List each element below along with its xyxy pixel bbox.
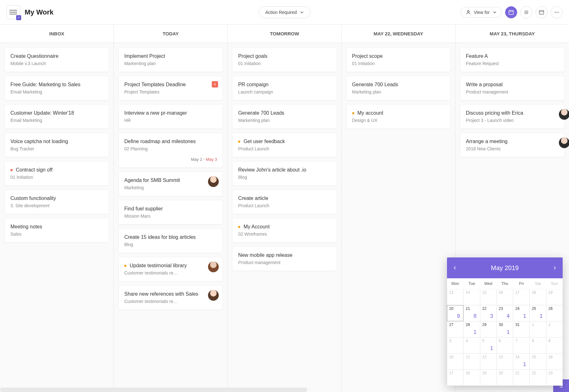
task-card[interactable]: New mobile app releaseProduct management — [232, 246, 337, 271]
calendar-day-cell[interactable]: 223 — [480, 305, 497, 321]
task-card[interactable]: Update testimonial libraryCustomer testi… — [118, 257, 223, 281]
task-card[interactable]: Project scope01 Initiation — [346, 47, 451, 72]
calendar-day-cell[interactable]: 16 — [546, 353, 563, 370]
task-card[interactable]: Create QuestionnaireMobile v.3 Launch — [4, 47, 109, 72]
task-card[interactable]: Review John's article about .ioBlog — [232, 161, 337, 186]
board-view-button[interactable] — [535, 6, 548, 18]
calendar-day-cell[interactable]: 1 — [529, 321, 546, 337]
calendar-day-cell[interactable]: 6 — [497, 337, 513, 353]
calendar-day-cell[interactable]: 21 — [513, 370, 529, 386]
calendar-day-cell[interactable]: 18 — [529, 289, 546, 305]
task-card[interactable]: Implement ProjectMarkenting plan — [118, 47, 223, 72]
view-for-dropdown[interactable]: View for — [461, 7, 502, 18]
calendar-day-cell[interactable]: 12 — [480, 353, 497, 370]
calendar-day-cell[interactable]: 251 — [529, 305, 546, 321]
task-card[interactable]: Define roadmap and milestones02 Planning… — [118, 133, 223, 168]
task-card[interactable]: Agenda for SMB SummitMarketing — [118, 172, 223, 196]
calendar-day-cell[interactable]: 15 — [480, 289, 497, 305]
calendar-day-cell[interactable]: 20 — [497, 370, 513, 386]
calendar-day-cell[interactable]: 19 — [546, 289, 563, 305]
calendar-day-cell[interactable]: 15 — [529, 353, 546, 370]
calendar-day-cell[interactable]: 3 — [447, 337, 463, 353]
calendar-day-cell[interactable]: 23 — [546, 370, 563, 386]
calendar-day-cell[interactable]: 4 — [463, 337, 480, 353]
task-card[interactable]: Feature AFeature Request — [460, 47, 565, 72]
calendar-day-cell[interactable]: 241 — [513, 305, 529, 321]
calendar-day-cell[interactable]: 17 — [447, 370, 463, 386]
calendar-day-cell[interactable]: 18 — [463, 370, 480, 386]
assignee-avatar[interactable] — [559, 109, 569, 120]
task-card[interactable]: Generate 700 LeadsMarkenting plan — [232, 104, 337, 129]
card-subtitle: Email Marketing — [10, 118, 103, 123]
horizontal-scrollbar[interactable] — [0, 388, 307, 392]
task-card[interactable]: Free Guide: Marketing to SalesEmail Mark… — [4, 76, 109, 100]
col-header-today[interactable]: TODAY — [114, 25, 228, 43]
calendar-day-cell[interactable]: 281 — [463, 321, 480, 337]
task-card[interactable]: My accountDesign & UX — [346, 104, 451, 129]
assignee-avatar[interactable] — [208, 262, 219, 272]
calendar-day-cell[interactable]: 234 — [497, 305, 513, 321]
calendar-day-cell[interactable]: 16 — [497, 289, 513, 305]
calendar-day-cell[interactable]: 31 — [513, 321, 529, 337]
calendar-day-cell[interactable]: 301 — [497, 321, 513, 337]
card-title: PR compaign — [238, 82, 331, 87]
col-header-may23[interactable]: MAY 23, THURSDAY — [456, 25, 569, 43]
calendar-day-cell[interactable]: 17 — [513, 289, 529, 305]
calendar-day-cell[interactable]: 14 — [463, 289, 480, 305]
calendar-day-cell[interactable]: 29 — [480, 321, 497, 337]
calendar-day-number: 4 — [466, 339, 468, 343]
task-card[interactable]: Arrange a meeting2018 New Clients — [460, 133, 565, 157]
calendar-day-cell[interactable]: 13 — [447, 289, 463, 305]
task-card[interactable]: PR compaignLaunch campaign — [232, 76, 337, 100]
col-header-tomorrow[interactable]: TOMORROW — [228, 25, 341, 43]
task-card[interactable]: Contract sign off01 Initiation — [4, 161, 109, 186]
task-card[interactable]: Share new references with SalesCustomer … — [118, 285, 223, 310]
calendar-day-cell[interactable]: 141 — [513, 353, 529, 370]
task-card[interactable]: Customer Update: Winter'18Email Marketin… — [4, 104, 109, 129]
calendar-day-cell[interactable]: 2 — [546, 321, 563, 337]
task-card[interactable]: Project goals01 Initiation — [232, 47, 337, 72]
calendar-day-cell[interactable]: 22 — [529, 370, 546, 386]
assignee-avatar[interactable] — [559, 137, 569, 148]
task-card[interactable]: Create 15 ideas for blog articlesBlog — [118, 228, 223, 253]
more-options-button[interactable] — [551, 6, 563, 18]
app-icon[interactable]: ✓ — [6, 5, 20, 19]
task-card[interactable]: My Account02 Wireframes — [232, 218, 337, 243]
calendar-day-cell[interactable]: 19 — [480, 370, 497, 386]
calendar-day-cell[interactable]: 27 — [447, 321, 463, 337]
task-card[interactable]: Voice captcha not loadingBug Tracker — [4, 133, 109, 157]
calendar-day-number: 29 — [482, 323, 486, 327]
task-card[interactable]: Create articleProduct Launch — [232, 190, 337, 214]
task-card[interactable]: Interview a new pr-managerHR — [118, 104, 223, 129]
task-card[interactable]: Generate 700 LeadsMarketing plan — [346, 76, 451, 100]
calendar-day-cell[interactable]: 10 — [447, 353, 463, 370]
task-card[interactable]: Custom functionality3. Site development — [4, 190, 109, 214]
task-card[interactable]: Discuss pricing with EricaProject 3 - La… — [460, 104, 565, 129]
calendar-day-cell[interactable]: 51 — [480, 337, 497, 353]
calendar-day-cell[interactable]: 11 — [463, 353, 480, 370]
assignee-avatar[interactable] — [208, 176, 219, 187]
task-card[interactable]: Find fuel supplierMission Mars — [118, 200, 223, 225]
calendar-day-cell[interactable]: 9 — [546, 337, 563, 353]
list-view-button[interactable] — [520, 6, 532, 18]
calendar-day-cell[interactable]: 7 — [513, 337, 529, 353]
task-card[interactable]: Write a proposalProduct management — [460, 76, 565, 100]
calendar-day-cell[interactable]: 209 — [447, 305, 463, 321]
calendar-next-button[interactable] — [553, 266, 557, 270]
col-header-inbox[interactable]: INBOX — [0, 25, 114, 43]
calendar-prev-button[interactable] — [453, 266, 457, 270]
task-card[interactable]: Meeting notesSales — [4, 218, 109, 243]
task-card[interactable]: Get user feedbackProduct Launch — [232, 133, 337, 157]
calendar-view-button[interactable] — [505, 6, 517, 18]
calendar-day-cell[interactable]: 26 — [546, 305, 563, 321]
calendar-day-cell[interactable]: 13 — [497, 353, 513, 370]
task-card[interactable]: Project Templates DeadlineProject Templa… — [118, 76, 223, 100]
calendar-day-cell[interactable]: 8 — [529, 337, 546, 353]
card-title: Meeting notes — [10, 224, 103, 230]
calendar-day-cell[interactable]: 218 — [463, 305, 480, 321]
action-required-dropdown[interactable]: Action Required — [259, 6, 310, 18]
assignee-avatar[interactable] — [208, 290, 219, 301]
card-title: Agenda for SMB Summit — [124, 178, 217, 183]
card-subtitle: 3. Site development — [10, 203, 103, 208]
col-header-may22[interactable]: MAY 22, WEDNESDAY — [342, 25, 456, 43]
